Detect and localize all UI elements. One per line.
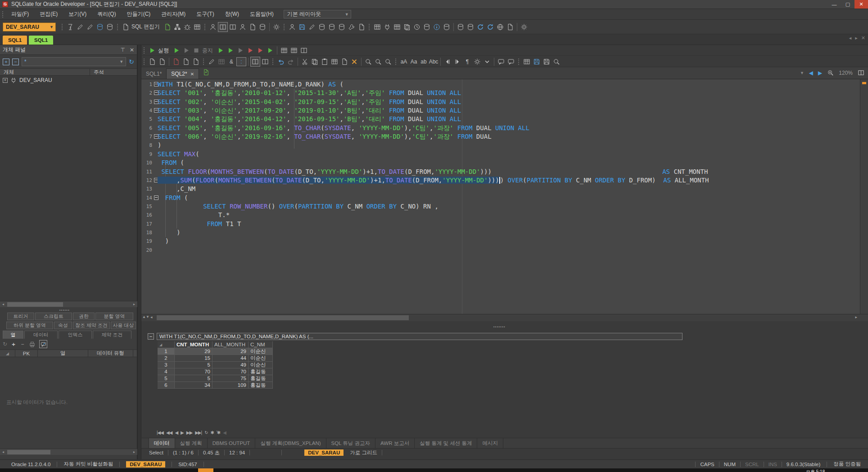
new-tab-icon[interactable] xyxy=(203,69,209,77)
btn-script[interactable]: 스크립트 xyxy=(35,313,72,320)
scroll-right-icon[interactable]: ▸ xyxy=(131,301,137,308)
find-icon[interactable] xyxy=(363,57,373,67)
run-range-icon[interactable] xyxy=(235,45,245,55)
rollback-icon[interactable] xyxy=(105,22,115,32)
grid-cell[interactable]: 이순신 xyxy=(249,348,273,355)
scroll-right-icon[interactable]: ▸ xyxy=(131,449,137,455)
column-header[interactable]: 개체 xyxy=(0,69,90,75)
nav-prev-page-icon[interactable]: ◀◀ xyxy=(166,430,172,435)
plug-panel-icon[interactable] xyxy=(382,22,392,32)
btn-subpartition[interactable]: 하위 분할 영역 xyxy=(6,322,53,329)
grid-row-5[interactable]: 5575홍길동 xyxy=(158,375,273,382)
column-header-type[interactable]: 데이터 유형 xyxy=(88,350,133,357)
connection-icon[interactable] xyxy=(65,22,75,32)
db-doc-icon[interactable] xyxy=(505,22,515,32)
code-line-2[interactable]: 2SELECT '001', '홍길동','2010-01-12', '2015… xyxy=(141,89,860,97)
grid-column-cnt_month[interactable]: CNT_MONTH xyxy=(175,341,212,348)
replace-icon[interactable] xyxy=(373,57,383,67)
object-filter-combo[interactable]: *▼ xyxy=(22,57,126,66)
grid-column-all_month[interactable]: ALL_MONTH xyxy=(212,341,249,348)
code-editor[interactable]: 1WITH T1(C_NO,C_NM,D_FROM,D_TO,D_NAME,D_… xyxy=(141,79,860,314)
tab-awr-report[interactable]: AWR 보고서 xyxy=(375,438,415,448)
code-line-4[interactable]: 4SELECT '003', '이순신','2017-09-20', '2019… xyxy=(141,106,860,115)
add-row-icon[interactable]: ＋ xyxy=(11,340,16,348)
btn-attribute[interactable]: 속성 xyxy=(54,322,72,329)
editor-tab-sql1[interactable]: SQL1* xyxy=(141,68,166,79)
btn-ref-constraint[interactable]: 참조 제약 조건 xyxy=(73,322,110,329)
result-query-header[interactable]: WITH T1(C_NO,C_NM,D_FROM,D_TO,D_NAME,D_R… xyxy=(157,333,683,340)
db-refresh-icon[interactable] xyxy=(475,22,485,32)
menu-item-admin[interactable]: 관리자(M) xyxy=(156,9,191,19)
row-header[interactable]: 5 xyxy=(158,375,175,382)
tab-message[interactable]: 메시지 xyxy=(477,438,503,448)
tab-scroll-left-icon[interactable]: ◂ xyxy=(849,35,852,41)
tab-constraint[interactable]: 제약 조건 xyxy=(93,331,131,339)
columns-grid-hscrollbar[interactable]: ◂ ▸ xyxy=(0,449,137,455)
code-line-13[interactable]: 13 ,C_NM xyxy=(141,185,860,193)
grid-cell[interactable]: 이순신 xyxy=(249,355,273,362)
tab-scroll-right-icon[interactable]: ▸ xyxy=(855,35,858,41)
export-icon[interactable] xyxy=(248,22,258,32)
grid-column-c_nm[interactable]: C_NM xyxy=(249,341,273,348)
grid-cell[interactable]: 70 xyxy=(212,368,249,375)
upper-case-icon[interactable]: aA xyxy=(399,57,409,66)
expand-icon[interactable]: + xyxy=(3,78,8,83)
code-line-5[interactable]: 5SELECT '004', '홍길동','2016-04-12', '2016… xyxy=(141,115,860,123)
nav-first-icon[interactable]: |◀◀ xyxy=(157,430,163,435)
grid-cell[interactable]: 109 xyxy=(212,382,249,389)
open-file-icon[interactable] xyxy=(157,57,167,67)
zoom-icon[interactable] xyxy=(827,69,834,76)
db-import-icon[interactable] xyxy=(456,22,466,32)
save-all-icon[interactable] xyxy=(542,57,552,67)
scroll-split-icon[interactable]: ▲▼ xyxy=(142,315,149,319)
menu-item-tools[interactable]: 도구(T) xyxy=(191,9,219,19)
grid-row-1[interactable]: 12929이순신 xyxy=(158,348,273,355)
menu-item-create[interactable]: 만들기(C) xyxy=(122,9,156,19)
run-edit-icon[interactable] xyxy=(216,45,226,55)
dashed-table-icon[interactable] xyxy=(392,22,402,32)
comment-edit-icon[interactable] xyxy=(39,340,47,348)
run-icon[interactable] xyxy=(147,45,157,55)
ampersand-icon[interactable]: & xyxy=(226,57,236,66)
sql-editor-icon-label[interactable]: SQL 편집기 xyxy=(131,23,163,31)
indent-icon[interactable] xyxy=(452,57,462,67)
grid-row-6[interactable]: 634109홍길동 xyxy=(158,382,273,389)
grid-cell[interactable]: 15 xyxy=(175,355,212,362)
connection-combo[interactable]: DEV_SARAU▼ xyxy=(3,23,56,32)
db-trash-icon[interactable] xyxy=(327,22,337,32)
menu-item-view[interactable]: 보기(V) xyxy=(63,9,92,19)
row-header[interactable]: 2 xyxy=(158,355,175,362)
grid-mode[interactable]: 가로 그리드 xyxy=(350,449,377,456)
grid-corner[interactable]: ◢ xyxy=(158,341,175,348)
column-view-icon[interactable] xyxy=(299,45,309,55)
select-all-icon[interactable] xyxy=(339,57,349,67)
tab-sql-tuning[interactable]: SQL 튜닝 권고자 xyxy=(326,438,375,448)
db-network-icon[interactable] xyxy=(495,22,505,32)
tab-data[interactable]: 데이터 xyxy=(24,331,58,339)
tab-columns[interactable]: 열 xyxy=(3,331,23,339)
menu-item-edit[interactable]: 편집(E) xyxy=(34,9,63,19)
panel-layout-icon[interactable] xyxy=(250,57,260,67)
result-grid[interactable]: ◢CNT_MONTHALL_MONTHC_NM12929이순신21544이순신3… xyxy=(158,341,273,389)
tab-result-data[interactable]: 데이터 xyxy=(149,438,175,448)
menu-item-query[interactable]: 쿼리(Q) xyxy=(92,9,121,19)
tab-index[interactable]: 인덱스 xyxy=(59,331,92,339)
grid-cell[interactable]: 70 xyxy=(175,368,212,375)
db-cap-icon[interactable] xyxy=(337,22,347,32)
code-line-12[interactable]: 12 ,SUM(FLOOR(MONTHS_BETWEEN(TO_DATE(D_T… xyxy=(141,176,860,185)
window-tab-sql1-a[interactable]: SQL1 xyxy=(3,36,27,45)
snippet-icon[interactable] xyxy=(522,57,532,67)
connect-icon[interactable] xyxy=(75,22,85,32)
find-in-files-icon[interactable] xyxy=(552,57,561,67)
grid-cell[interactable]: 이순신 xyxy=(249,362,273,368)
column-header-pk[interactable]: PK xyxy=(15,350,38,357)
checker-icon[interactable] xyxy=(217,57,226,67)
db-refresh2-icon[interactable] xyxy=(485,22,495,32)
lower-case-icon[interactable]: Aa xyxy=(409,57,419,66)
menu-item-window[interactable]: 창(W) xyxy=(220,9,244,19)
code-line-17[interactable]: 17 FROM T1 T xyxy=(141,220,860,228)
menu-item-file[interactable]: 파일(F) xyxy=(6,9,34,19)
grid-row-2[interactable]: 21544이순신 xyxy=(158,355,273,362)
scroll-left-icon[interactable]: ◂ xyxy=(150,315,153,319)
object-tree-hscrollbar[interactable]: ◂ ▸ xyxy=(0,301,137,307)
